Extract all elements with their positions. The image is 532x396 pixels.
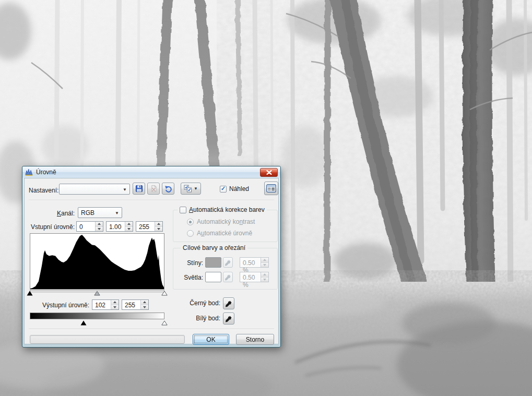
white-point-eyedropper-button[interactable] <box>223 313 234 325</box>
spin-up-button <box>261 272 268 277</box>
floppy-disk-icon <box>135 185 143 193</box>
auto-levels-label: Automatické úrovně <box>197 230 252 237</box>
preview-toggle[interactable]: ✓ Náhled <box>220 185 249 193</box>
input-gamma-value: 1.00 <box>107 222 125 231</box>
output-white-value: 255 <box>122 300 140 309</box>
spin-up-button[interactable] <box>96 222 103 226</box>
undo-button[interactable] <box>162 183 174 195</box>
output-levels-label: Výstupní úrovně: <box>39 302 89 309</box>
spin-down-button[interactable] <box>96 226 103 232</box>
cancel-button[interactable]: Storno <box>236 334 274 345</box>
dialog-content: Nastavení: ▼ <box>24 178 279 344</box>
input-white-spinner[interactable]: 255 <box>136 221 163 232</box>
footer-separator <box>29 329 274 330</box>
close-x-icon <box>266 170 272 175</box>
output-slider-markers <box>30 320 164 326</box>
spin-down-button[interactable] <box>141 305 148 310</box>
ok-button[interactable]: OK <box>193 334 229 345</box>
eyedropper-icon <box>225 315 232 322</box>
input-gamma-slider[interactable] <box>94 291 100 296</box>
preview-checkbox-label: Náhled <box>229 185 249 193</box>
lights-color-swatch[interactable] <box>205 272 221 282</box>
spin-up-button[interactable] <box>155 222 162 226</box>
spin-down-button[interactable] <box>155 226 162 232</box>
white-point-label: Bílý bod: <box>171 315 220 322</box>
spin-down-button <box>261 262 268 268</box>
auto-contrast-option[interactable]: Automatický kontrast <box>187 218 255 225</box>
checkboxes-menu-icon <box>184 185 192 193</box>
preset-combobox[interactable]: ▼ <box>59 184 130 195</box>
undo-arrow-icon <box>164 185 172 193</box>
input-levels-label: Vstupní úrovně: <box>27 223 75 231</box>
settings-label: Nastavení: <box>29 187 58 194</box>
output-white-spinner[interactable]: 255 <box>122 299 149 310</box>
auto-correction-group: ✓ Automatická korekce barev Automatický … <box>173 210 278 242</box>
output-black-spinner[interactable]: 102 <box>92 299 119 310</box>
target-colors-title: Cílové barvy a ořezání <box>181 244 247 251</box>
input-black-value: 0 <box>77 222 95 231</box>
lights-clip-value: 0.50 % <box>240 272 261 282</box>
output-white-slider[interactable] <box>161 320 168 326</box>
preview-checkbox[interactable]: ✓ <box>220 186 227 193</box>
channel-value: RGB <box>81 209 94 217</box>
save-preset-button[interactable] <box>133 183 145 195</box>
spin-up-button <box>261 258 268 262</box>
output-black-value: 102 <box>92 300 111 309</box>
delete-preset-button <box>147 183 160 195</box>
input-black-slider[interactable] <box>27 291 33 296</box>
ok-button-label: OK <box>206 336 215 343</box>
input-black-spinner[interactable]: 0 <box>76 221 103 232</box>
close-button[interactable] <box>260 168 278 177</box>
input-gamma-spinner[interactable]: 1.00 <box>106 221 133 232</box>
chevron-down-icon: ▼ <box>115 210 119 215</box>
auto-correction-checkbox[interactable]: ✓ <box>180 207 186 213</box>
input-white-slider[interactable] <box>161 291 168 296</box>
chevron-down-icon: ▼ <box>123 187 127 191</box>
histogram-chart <box>30 234 164 289</box>
toolbar-separator <box>29 200 274 201</box>
shadows-color-swatch[interactable] <box>205 257 221 268</box>
spin-down-button[interactable] <box>111 305 119 310</box>
eyedropper-icon <box>225 300 232 307</box>
shadows-eyedropper-button <box>223 257 233 268</box>
auto-levels-option[interactable]: Automatické úrovně <box>187 230 252 237</box>
output-black-slider[interactable] <box>80 320 87 326</box>
cancel-button-label: Storno <box>246 336 264 343</box>
output-gradient-bar[interactable] <box>30 313 164 319</box>
auto-levels-radio[interactable] <box>187 230 194 237</box>
spin-up-button[interactable] <box>125 222 133 226</box>
auto-contrast-radio[interactable] <box>187 219 194 225</box>
spin-up-button[interactable] <box>111 300 119 305</box>
histogram-panel <box>30 233 164 290</box>
target-colors-group: Cílové barvy a ořezání <box>173 248 278 290</box>
auto-correction-label: Automatická korekce barev <box>189 206 265 213</box>
shadows-clip-value: 0.50 % <box>240 258 261 267</box>
auto-correction-toggle[interactable]: ✓ Automatická korekce barev <box>178 206 267 213</box>
delete-page-icon <box>150 185 158 193</box>
shadows-clip-spinner: 0.50 % <box>240 257 269 268</box>
progress-bar <box>30 335 185 344</box>
black-point-eyedropper-button[interactable] <box>223 297 234 309</box>
spin-down-button <box>261 277 268 282</box>
input-slider-markers <box>30 291 164 296</box>
chevron-down-icon: ▼ <box>194 186 198 191</box>
dual-pane-preview-icon <box>266 184 276 193</box>
channel-combobox[interactable]: RGB ▼ <box>78 207 122 218</box>
levels-histogram-icon <box>25 168 33 176</box>
window-title: Úrovně <box>36 169 56 176</box>
channel-label: Kanál: <box>35 210 75 217</box>
auto-contrast-label: Automatický kontrast <box>197 218 255 225</box>
titlebar[interactable]: Úrovně <box>22 166 280 178</box>
lights-clip-spinner: 0.50 % <box>240 272 269 282</box>
eyedropper-icon <box>224 274 231 281</box>
check-icon: ✓ <box>221 185 226 192</box>
lights-label: Světla: <box>176 274 203 281</box>
spin-up-button[interactable] <box>141 300 148 305</box>
levels-dialog: Úrovně Nastavení: ▼ <box>22 166 281 347</box>
preview-layout-button[interactable] <box>264 182 278 195</box>
input-white-value: 255 <box>136 222 155 231</box>
lights-eyedropper-button <box>223 272 233 282</box>
auto-options-button[interactable]: ▼ <box>181 183 201 195</box>
spin-down-button[interactable] <box>125 226 133 232</box>
eyedropper-icon <box>224 259 231 266</box>
